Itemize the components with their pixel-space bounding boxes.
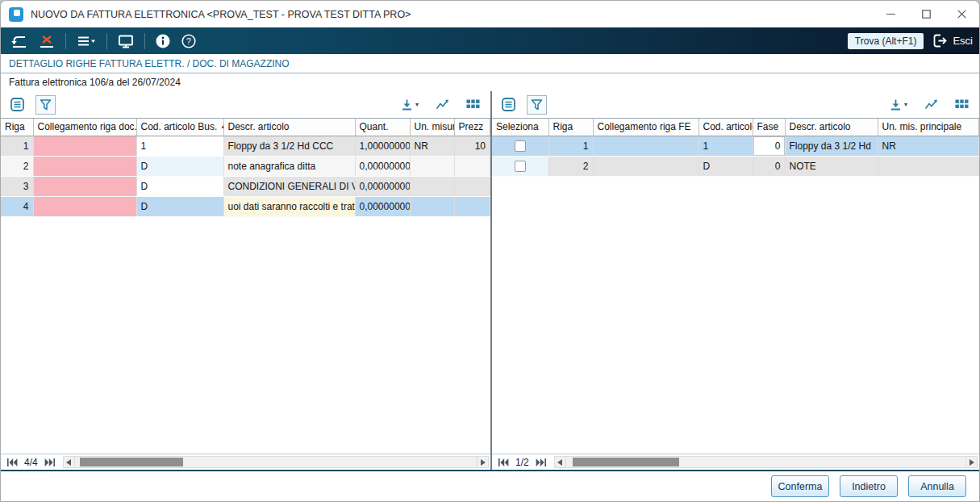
minimize-button[interactable] [873, 1, 908, 27]
column-header-un-misura[interactable]: Un. misura [410, 119, 454, 136]
cell-prezzo [454, 176, 490, 196]
cell-riga: 4 [1, 196, 33, 216]
help-icon: ? [181, 33, 197, 49]
row-checkbox[interactable] [515, 161, 526, 172]
skip-last-icon [536, 458, 546, 466]
last-page-button[interactable] [43, 458, 56, 466]
left-pager: 4/4 [6, 457, 56, 468]
scroll-left-button[interactable] [554, 456, 566, 468]
undo-button[interactable] [6, 31, 33, 51]
column-header-descr-articolo[interactable]: Descr. articolo [223, 119, 355, 136]
app-window: NUOVO DA FATTURA ELETTRONICA <PROVA_TEST… [0, 0, 980, 502]
maximize-button[interactable] [908, 1, 944, 27]
column-header-cod-articolo[interactable]: Cod. articolo [699, 119, 753, 136]
column-header-quant[interactable]: Quant. [355, 119, 410, 136]
grid-icon [466, 99, 480, 110]
monitor-button[interactable] [112, 31, 140, 51]
cell-prezzo [454, 156, 490, 176]
table-row[interactable]: 2 D note anagrafica ditta 0,00000000 [1, 156, 490, 176]
list-view-button[interactable] [498, 94, 519, 115]
column-header-prezzo[interactable]: Prezz [454, 119, 490, 136]
cell-seleziona [492, 156, 548, 176]
esci-button[interactable]: Esci [932, 32, 973, 49]
line-chart-icon [435, 98, 450, 111]
scroll-left-button[interactable] [63, 456, 75, 468]
invoice-subtitle: Fattura elettronica 106/a del 26/07/2024 [1, 73, 979, 91]
indietro-button[interactable]: Indietro [840, 475, 898, 497]
scrollbar-thumb[interactable] [573, 458, 679, 466]
help-button[interactable]: ? [176, 31, 202, 51]
sort-ascending-icon: ▲ [220, 123, 223, 129]
table-row[interactable]: 1 1 Floppy da 3 1/2 Hd CCC 1,00000000 NR… [1, 136, 490, 156]
chart-button[interactable] [432, 95, 452, 114]
trova-shortcut-button[interactable]: Trova (Alt+F1) [848, 33, 924, 49]
maximize-icon [922, 10, 931, 19]
monitor-icon [117, 33, 135, 49]
table-row-selected[interactable]: 1 1 0 Floppy da 3 1/2 Hd NR [492, 136, 979, 156]
cell-collegamento [593, 156, 699, 176]
cell-quant: 1,00000000 [355, 136, 410, 156]
cell-riga: 1 [548, 136, 593, 156]
cell-prezzo: 10 [454, 136, 490, 156]
export-button[interactable]: ▾ [398, 95, 421, 114]
first-page-button[interactable] [6, 458, 19, 466]
column-header-seleziona[interactable]: Seleziona [492, 119, 548, 136]
delete-x-icon [38, 33, 56, 49]
right-table-header-row: Seleziona Riga Collegamento riga FE Cod.… [492, 119, 979, 136]
filter-button[interactable] [35, 95, 56, 115]
toolbar-separator [106, 33, 107, 49]
table-row[interactable]: 2 D 0 NOTE [492, 156, 979, 176]
scrollbar-track[interactable] [566, 456, 965, 468]
cell-fase: 0 [753, 156, 785, 176]
cell-descr: note anagrafica ditta [223, 156, 355, 176]
export-button[interactable]: ▾ [886, 95, 910, 114]
table-row[interactable]: 3 D CONDIZIONI GENERALI DI VE... 0,00000… [1, 176, 490, 196]
delete-button[interactable] [33, 31, 60, 51]
cell-descr: NOTE [785, 156, 878, 176]
filter-button[interactable] [527, 95, 547, 115]
annulla-button[interactable]: Annulla [908, 475, 966, 497]
scroll-right-button[interactable] [965, 456, 978, 468]
scroll-right-button[interactable] [477, 456, 489, 468]
left-table-header-row: Riga Collegamento riga doc. Cod. articol… [1, 119, 490, 136]
column-header-fase[interactable]: Fase [753, 119, 785, 136]
grid-icon [955, 99, 969, 110]
scrollbar-thumb[interactable] [80, 458, 183, 466]
menu-button[interactable] [71, 32, 102, 50]
left-table-area: Riga Collegamento riga doc. Cod. articol… [1, 119, 490, 454]
column-header-cod-articolo-bus[interactable]: Cod. articolo Bus.▲ [136, 119, 223, 136]
table-row-selected[interactable]: 4 D uoi dati saranno raccolti e tratt...… [1, 196, 490, 216]
column-header-riga[interactable]: Riga [548, 119, 593, 136]
cell-riga: 1 [1, 136, 33, 156]
column-header-descr-articolo[interactable]: Descr. articolo [785, 119, 878, 136]
column-header-collegamento-riga-doc[interactable]: Collegamento riga doc. [33, 119, 136, 136]
info-button[interactable] [150, 31, 176, 51]
first-page-button[interactable] [497, 458, 511, 466]
chart-button[interactable] [921, 95, 941, 114]
minimize-icon [886, 10, 895, 19]
exit-icon [932, 32, 949, 49]
cell-cod-articolo: D [136, 176, 223, 196]
cell-um [410, 196, 454, 216]
column-header-un-mis-principale[interactable]: Un. mis. principale [878, 119, 979, 136]
column-header-collegamento-riga-fe[interactable]: Collegamento riga FE [593, 119, 699, 136]
close-button[interactable] [944, 1, 979, 27]
cell-cod-articolo: 1 [136, 136, 223, 156]
scrollbar-track[interactable] [75, 456, 477, 468]
cell-quant: 0,00000000 [355, 156, 410, 176]
grid-layout-button[interactable] [464, 97, 482, 112]
cell-fase[interactable]: 0 [753, 136, 785, 156]
left-panel-doc-magazzino: ▾ [1, 91, 492, 470]
cell-riga: 2 [548, 156, 593, 176]
last-page-button[interactable] [534, 458, 548, 466]
list-view-button[interactable] [7, 94, 27, 115]
cell-collegamento [33, 196, 136, 216]
grid-layout-button[interactable] [953, 97, 971, 112]
column-header-riga[interactable]: Riga [1, 119, 33, 136]
cell-collegamento [33, 136, 136, 156]
cell-collegamento [33, 156, 136, 176]
row-checkbox[interactable] [515, 140, 526, 152]
skip-first-icon [498, 458, 509, 466]
conferma-button[interactable]: Conferma [771, 475, 829, 497]
arrow-left-icon [66, 459, 71, 466]
